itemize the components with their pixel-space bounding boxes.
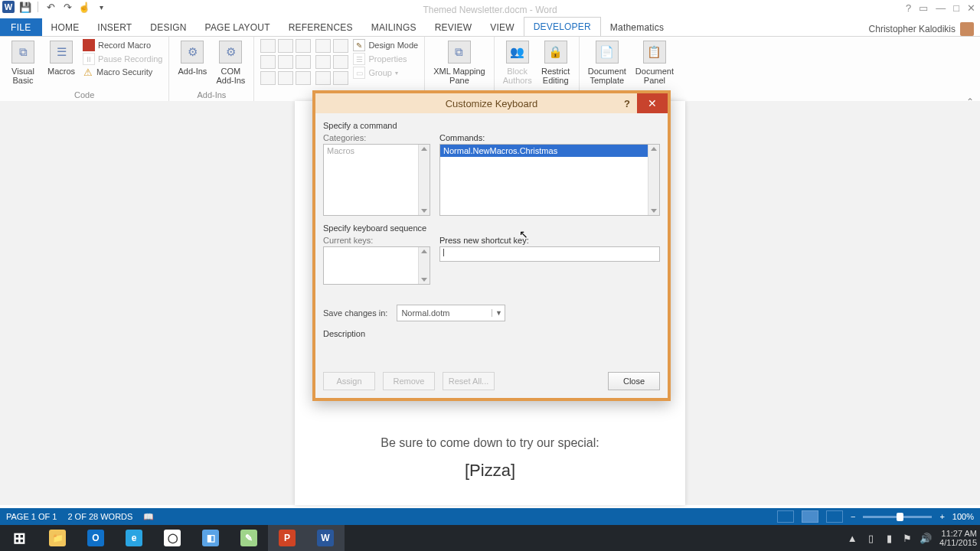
word-logo-icon: W [2, 1, 15, 13]
customize-keyboard-dialog: Customize Keyboard ? ✕ Specify a command… [312, 90, 671, 401]
tab-mathematics[interactable]: Mathematics [601, 18, 673, 37]
tab-developer[interactable]: DEVELOPER [524, 17, 601, 37]
close-icon[interactable]: ✕ [967, 2, 975, 14]
tab-home[interactable]: HOME [42, 18, 89, 37]
system-tray: ▲ ▯ ▮ ⚑ 🔊 11:27 AM 4/11/2015 [843, 525, 980, 551]
zoom-level[interactable]: 100% [952, 512, 974, 521]
account-area[interactable]: Christopher Kalodikis [869, 22, 974, 36]
commands-label: Commands: [439, 133, 660, 142]
tab-page-layout[interactable]: PAGE LAYOUT [196, 18, 279, 37]
tray-date: 4/11/2015 [939, 538, 977, 547]
new-shortcut-label: Press new shortcut key: [439, 236, 660, 245]
macros-button[interactable]: ☰Macros [44, 39, 78, 77]
chevron-down-icon[interactable]: ▼ [492, 309, 505, 317]
start-button[interactable]: ⊞ [0, 525, 38, 551]
save-icon[interactable]: 💾 [19, 1, 31, 13]
maximize-icon[interactable]: □ [953, 2, 959, 14]
view-read-icon[interactable] [777, 510, 794, 523]
dialog-titlebar[interactable]: Customize Keyboard ? ✕ [315, 93, 668, 113]
taskbar-app1[interactable]: ◧ [191, 525, 230, 551]
specify-sequence-label: Specify keyboard sequence [323, 223, 660, 233]
tray-volume-icon[interactable]: 🔊 [919, 531, 933, 545]
restrict-editing-button[interactable]: 🔒Restrict Editing [539, 39, 573, 86]
help-icon[interactable]: ? [906, 2, 911, 14]
xml-mapping-button[interactable]: ⧉XML Mapping Pane [431, 39, 487, 86]
tray-up-icon[interactable]: ▲ [845, 531, 859, 545]
view-print-icon[interactable] [802, 510, 818, 523]
document-panel-button[interactable]: 📋Document Panel [633, 39, 676, 86]
taskbar-app2[interactable]: ✎ [230, 525, 268, 551]
zoom-out-icon[interactable]: − [851, 512, 855, 521]
taskbar-powerpoint[interactable]: P [268, 525, 306, 551]
taskbar-chrome[interactable]: ◯ [153, 525, 191, 551]
tab-design[interactable]: DESIGN [141, 18, 195, 37]
touch-mode-icon[interactable]: ☝ [78, 1, 90, 13]
taskbar-word[interactable]: W [306, 525, 345, 551]
new-shortcut-input[interactable]: | [439, 246, 660, 262]
taskbar-explorer[interactable]: 📁 [38, 525, 77, 551]
taskbar-ie[interactable]: e [115, 525, 153, 551]
scrollbar[interactable] [418, 247, 430, 284]
avatar [960, 22, 974, 36]
tab-references[interactable]: REFERENCES [279, 18, 362, 37]
com-addins-icon: ⚙ [219, 41, 242, 64]
group-icon: ▭ [353, 67, 365, 79]
view-web-icon[interactable] [826, 510, 843, 523]
account-name: Christopher Kalodikis [869, 24, 956, 34]
scrollbar[interactable] [418, 145, 430, 215]
xml-icon: ⧉ [448, 41, 471, 64]
save-changes-combo[interactable]: Normal.dotm ▼ [397, 305, 505, 321]
tab-file[interactable]: FILE [0, 18, 42, 37]
design-mode-button[interactable]: ✎Design Mode [353, 39, 418, 51]
current-keys-listbox[interactable] [323, 246, 430, 285]
addins-button[interactable]: ⚙Add-Ins [175, 39, 209, 77]
tray-network-icon[interactable]: ▮ [882, 531, 896, 545]
tab-review[interactable]: REVIEW [426, 18, 482, 37]
qat-more-icon[interactable]: ▾ [95, 1, 107, 13]
tray-action-icon[interactable]: ⚑ [900, 531, 914, 545]
close-button[interactable]: Close [608, 372, 660, 390]
pause-icon: ⏸ [83, 53, 95, 65]
minimize-icon[interactable]: — [936, 2, 946, 14]
com-addins-button[interactable]: ⚙COM Add-Ins [214, 39, 247, 86]
addins-icon: ⚙ [181, 41, 204, 64]
window-title: Themed Newsletter.docm - Word [0, 5, 980, 15]
save-changes-value: Normal.dotm [397, 308, 492, 318]
document-text-1: Be sure to come down to try our special: [0, 436, 980, 450]
description-label: Description [323, 329, 660, 338]
dialog-help-icon[interactable]: ? [617, 93, 637, 113]
redo-icon[interactable]: ↷ [61, 1, 74, 13]
properties-icon: ☰ [353, 53, 365, 65]
record-macro-button[interactable]: Record Macro [83, 39, 162, 51]
commands-listbox[interactable]: Normal.NewMacros.Christmas [439, 144, 660, 216]
tab-mailings[interactable]: MAILINGS [362, 18, 426, 37]
status-page[interactable]: PAGE 1 OF 1 [6, 512, 57, 521]
status-words[interactable]: 2 OF 28 WORDS [67, 512, 132, 521]
commands-item[interactable]: Normal.NewMacros.Christmas [440, 145, 659, 157]
undo-icon[interactable]: ↶ [44, 1, 57, 13]
controls-gallery[interactable] [260, 39, 311, 85]
tab-insert[interactable]: INSERT [88, 18, 141, 37]
categories-item[interactable]: Macros [324, 145, 430, 157]
zoom-in-icon[interactable]: + [939, 512, 944, 521]
scrollbar[interactable] [648, 145, 659, 215]
macro-security-button[interactable]: ⚠Macro Security [83, 67, 162, 77]
dialog-close-icon[interactable]: ✕ [637, 93, 668, 113]
tray-clock[interactable]: 11:27 AM 4/11/2015 [939, 529, 977, 547]
tray-battery-icon[interactable]: ▯ [864, 531, 877, 545]
tab-view[interactable]: VIEW [481, 18, 523, 37]
dialog-title: Customize Keyboard [446, 98, 538, 109]
record-icon [83, 39, 95, 51]
legacy-controls-gallery[interactable] [315, 39, 348, 85]
shield-icon: ⚠ [83, 67, 93, 77]
categories-listbox[interactable]: Macros [323, 144, 430, 216]
ribbon-options-icon[interactable]: ▭ [919, 2, 928, 14]
visual-basic-button[interactable]: ⧉Visual Basic [6, 39, 40, 86]
group-button: ▭Group ▾ [353, 67, 418, 79]
taskbar-outlook[interactable]: O [77, 525, 115, 551]
zoom-slider[interactable] [863, 516, 932, 518]
ribbon-group-code: ⧉Visual Basic ☰Macros Record Macro ⏸Paus… [0, 37, 169, 102]
document-template-button[interactable]: 📄Document Template [586, 39, 629, 86]
proofing-icon[interactable]: 📖 [143, 512, 154, 522]
current-keys-label: Current keys: [323, 236, 430, 245]
